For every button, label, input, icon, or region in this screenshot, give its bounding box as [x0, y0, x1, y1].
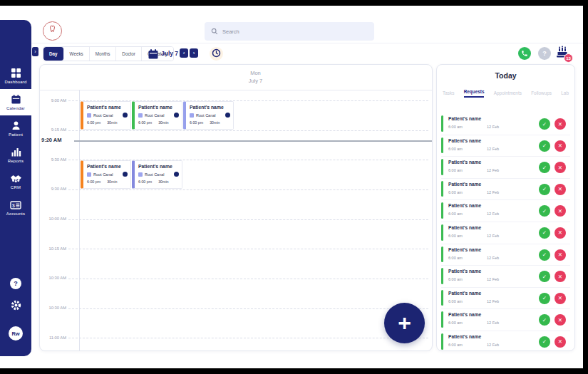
request-patient-name: Patient's name	[448, 138, 481, 143]
prev-day-button[interactable]: ‹	[180, 48, 188, 58]
sidebar-expand-button[interactable]: ›	[32, 47, 38, 56]
appointment-patient-name: Patient's name	[190, 105, 230, 110]
app-window: DashboardCalendarPatientReportsCRM$Accou…	[0, 0, 588, 374]
accept-request-button[interactable]: ✓	[539, 314, 550, 326]
accept-request-button[interactable]: ✓	[539, 184, 550, 195]
today-panel-title: Today	[437, 71, 574, 80]
appointment-duration: 30min	[158, 120, 168, 125]
reject-request-button[interactable]: ✕	[555, 162, 566, 173]
tooth-status-icon	[225, 113, 230, 118]
today-tab-appointments[interactable]: Appointments	[494, 90, 522, 98]
appointment-treatment: Root Canal	[93, 172, 113, 177]
request-row: Patient's name6:00 am12 Feb✓✕	[441, 113, 570, 135]
add-appointment-fab[interactable]: +	[384, 303, 425, 343]
treatment-color-swatch	[138, 172, 143, 177]
search-input[interactable]	[222, 28, 368, 35]
reject-request-button[interactable]: ✕	[555, 293, 566, 304]
day-header-date: July 7	[79, 77, 432, 85]
tooth-status-icon	[123, 172, 128, 177]
whatsapp-button[interactable]	[518, 47, 531, 60]
view-tab-day[interactable]: Day	[43, 47, 64, 61]
reject-request-button[interactable]: ✕	[555, 227, 566, 239]
reject-request-button[interactable]: ✕	[555, 314, 566, 326]
appointment-patient-name: Patient's name	[87, 164, 128, 169]
search-icon	[211, 25, 218, 38]
request-accent-bar	[441, 137, 443, 154]
patient-icon	[11, 120, 21, 131]
request-date: 12 Feb	[487, 321, 499, 325]
appointment-duration: 30min	[107, 180, 117, 184]
accept-request-button[interactable]: ✓	[539, 140, 550, 152]
request-date: 12 Feb	[487, 234, 499, 238]
accept-request-button[interactable]: ✓	[539, 271, 550, 282]
request-date: 12 Feb	[487, 343, 499, 347]
day-header-weekday: Mon	[79, 69, 432, 77]
view-tab-months[interactable]: Months	[90, 47, 117, 61]
sidebar-item-label: Accounts	[6, 212, 25, 216]
request-patient-name: Patient's name	[448, 116, 481, 121]
sidebar-nav: DashboardCalendarPatientReportsCRM$Accou…	[0, 63, 31, 221]
user-avatar[interactable]: Rw	[9, 326, 23, 341]
accept-request-button[interactable]: ✓	[539, 293, 550, 304]
sidebar-item-crm[interactable]: CRM	[0, 168, 31, 194]
current-date-label[interactable]: July 7	[161, 50, 178, 57]
reject-request-button[interactable]: ✕	[555, 271, 566, 282]
request-patient-name: Patient's name	[448, 203, 481, 208]
view-tab-weeks[interactable]: Weeks	[64, 47, 90, 61]
sidebar-item-reports[interactable]: Reports	[0, 142, 31, 168]
help-button[interactable]: ?	[10, 278, 21, 289]
sidebar-item-accounts[interactable]: $Accounts	[0, 194, 31, 221]
sidebar-item-label: Patient	[9, 133, 23, 137]
accept-request-button[interactable]: ✓	[539, 118, 550, 130]
reject-request-button[interactable]: ✕	[555, 249, 566, 261]
support-help-button[interactable]: ?	[538, 47, 551, 60]
appointment-card[interactable]: Patient's nameRoot Canal6:00 pm30min	[183, 101, 234, 130]
sidebar-item-dashboard[interactable]: Dashboard	[0, 63, 31, 89]
day-header-divider	[40, 90, 432, 90]
time-slot-label: 9:15 AM	[40, 128, 66, 132]
appointment-treatment: Root Canal	[145, 172, 165, 177]
request-accent-bar	[441, 202, 443, 219]
treatment-color-swatch	[87, 113, 91, 118]
reject-request-button[interactable]: ✕	[555, 336, 566, 348]
request-time: 6:00 am	[448, 168, 463, 172]
reject-request-button[interactable]: ✕	[555, 118, 566, 130]
accept-request-button[interactable]: ✓	[539, 249, 550, 261]
appointment-card[interactable]: Patient's nameRoot Canal6:00 pm30min	[132, 101, 182, 130]
settings-button[interactable]	[9, 299, 23, 313]
appointment-duration: 30min	[158, 180, 168, 184]
request-accent-bar	[441, 268, 443, 284]
today-tab-tasks[interactable]: Tasks	[443, 90, 454, 98]
current-time-line	[74, 140, 432, 142]
appointment-start-time: 6:00 pm	[138, 120, 152, 125]
reports-icon	[11, 147, 21, 157]
view-tab-doctor[interactable]: Doctor	[116, 47, 142, 61]
pending-appointments-button[interactable]	[210, 47, 223, 61]
accept-request-button[interactable]: ✓	[539, 336, 550, 348]
time-gridline	[68, 279, 428, 279]
sidebar-item-calendar[interactable]: Calendar	[0, 89, 31, 115]
accept-request-button[interactable]: ✓	[539, 205, 550, 217]
reject-request-button[interactable]: ✕	[555, 140, 566, 152]
next-day-button[interactable]: ›	[190, 48, 198, 58]
request-row: Patient's name6:00 am12 Feb✓✕	[441, 244, 570, 266]
appointment-card[interactable]: Patient's nameRoot Canal6:00 pm30min	[81, 101, 131, 130]
request-time: 6:00 am	[448, 343, 463, 347]
treatment-color-swatch	[87, 172, 91, 177]
appointment-patient-name: Patient's name	[87, 105, 128, 110]
today-tab-followups[interactable]: Followups	[531, 90, 552, 98]
day-calendar: Mon July 7 9:00 AM9:15 AM9:30 AM9:30 AM1…	[39, 64, 433, 351]
request-patient-name: Patient's name	[448, 182, 481, 187]
today-tab-requests[interactable]: Requests	[464, 89, 485, 98]
tooth-status-icon	[123, 113, 128, 118]
appointment-card[interactable]: Patient's nameRoot Canal6:00 pm30min	[132, 160, 182, 189]
reject-request-button[interactable]: ✕	[555, 205, 566, 217]
accept-request-button[interactable]: ✓	[539, 162, 550, 173]
accept-request-button[interactable]: ✓	[539, 227, 550, 239]
request-row: Patient's name6:00 am12 Feb✓✕	[441, 135, 570, 157]
today-tab-lab[interactable]: Lab	[561, 90, 569, 98]
reject-request-button[interactable]: ✕	[555, 184, 566, 195]
treatment-color-swatch	[138, 113, 143, 118]
sidebar-item-patient[interactable]: Patient	[0, 115, 31, 142]
appointment-card[interactable]: Patient's nameRoot Canal6:00 pm30min	[81, 160, 131, 189]
